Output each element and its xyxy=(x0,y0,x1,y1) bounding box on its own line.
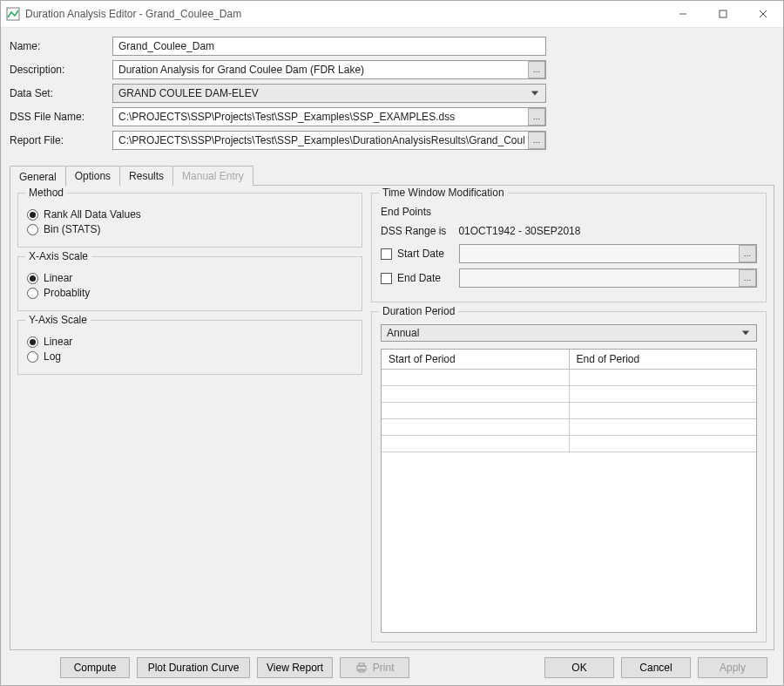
window-controls xyxy=(663,1,783,27)
client-area: Name: Description: … Data Set: GRAND COU… xyxy=(1,28,783,685)
radio-row-rank-all[interactable]: Rank All Data Values xyxy=(27,208,353,221)
row-description: Description: … xyxy=(10,60,774,79)
tab-manual-entry: Manual Entry xyxy=(172,166,253,186)
label-x-probability: Probablity xyxy=(44,287,90,299)
radio-y-linear[interactable] xyxy=(27,336,38,348)
row-reportfile: Report File: … xyxy=(10,131,774,150)
radio-bin-stats[interactable] xyxy=(27,224,38,235)
label-start-date: Start Date xyxy=(397,248,444,260)
table-row[interactable] xyxy=(382,370,756,386)
checkbox-end-date[interactable] xyxy=(381,273,392,284)
value-dss-range: 01OCT1942 - 30SEP2018 xyxy=(458,225,580,237)
col-end-of-period[interactable]: End of Period xyxy=(570,350,757,369)
dataset-combo[interactable]: GRAND COULEE DAM-ELEV xyxy=(112,84,546,103)
svg-rect-6 xyxy=(359,663,364,666)
tab-panel-general: Method Rank All Data Values Bin (STATS) … xyxy=(10,185,774,650)
label-end-points: End Points xyxy=(381,206,757,218)
cancel-button[interactable]: Cancel xyxy=(621,657,691,678)
legend-method: Method xyxy=(25,187,67,199)
label-dataset: Data Set: xyxy=(10,87,112,99)
minimize-button[interactable] xyxy=(663,1,703,27)
label-reportfile: Report File: xyxy=(10,134,112,146)
compute-button[interactable]: Compute xyxy=(60,657,130,678)
duration-period-table: Start of Period End of Period xyxy=(381,349,757,633)
label-end-date: End Date xyxy=(397,272,441,284)
label-name: Name: xyxy=(10,40,112,52)
row-start-date: Start Date … xyxy=(381,244,757,263)
view-report-button[interactable]: View Report xyxy=(257,657,333,678)
radio-row-y-linear[interactable]: Linear xyxy=(27,336,353,348)
table-row[interactable] xyxy=(382,436,756,452)
checkbox-start-date[interactable] xyxy=(381,248,392,260)
app-icon xyxy=(6,7,20,21)
group-yaxis: Y-Axis Scale Linear Log xyxy=(17,320,362,375)
label-dss-range-is: DSS Range is xyxy=(381,225,446,237)
group-xaxis: X-Axis Scale Linear Probablity xyxy=(17,256,362,311)
row-dataset: Data Set: GRAND COULEE DAM-ELEV xyxy=(10,84,774,103)
start-date-field[interactable] xyxy=(459,244,757,263)
label-description: Description: xyxy=(10,64,112,76)
name-field[interactable] xyxy=(112,37,546,56)
label-dssfile: DSS File Name: xyxy=(10,111,112,123)
description-browse-button[interactable]: … xyxy=(528,61,545,78)
dataset-value: GRAND COULEE DAM-ELEV xyxy=(118,87,259,99)
radio-row-x-linear[interactable]: Linear xyxy=(27,272,353,284)
label-x-linear: Linear xyxy=(44,272,72,284)
label-rank-all: Rank All Data Values xyxy=(44,208,141,221)
radio-row-y-log[interactable]: Log xyxy=(27,350,353,363)
radio-row-bin-stats[interactable]: Bin (STATS) xyxy=(27,223,353,235)
duration-period-combo[interactable]: Annual xyxy=(381,324,757,342)
table-row[interactable] xyxy=(382,419,756,436)
apply-button: Apply xyxy=(698,657,767,678)
label-bin-stats: Bin (STATS) xyxy=(44,223,101,235)
tab-general[interactable]: General xyxy=(10,166,66,187)
end-date-field[interactable] xyxy=(459,268,757,288)
group-time-window: Time Window Modification End Points DSS … xyxy=(371,193,767,302)
table-rows xyxy=(382,370,756,452)
group-method: Method Rank All Data Values Bin (STATS) xyxy=(17,193,362,248)
label-y-log: Log xyxy=(44,350,61,363)
reportfile-field[interactable] xyxy=(112,131,546,150)
print-icon xyxy=(355,662,368,673)
right-column: Time Window Modification End Points DSS … xyxy=(371,193,767,642)
reportfile-browse-button[interactable]: … xyxy=(528,132,545,149)
table-row[interactable] xyxy=(382,386,756,403)
tab-options[interactable]: Options xyxy=(65,166,120,186)
radio-y-log[interactable] xyxy=(27,351,38,363)
close-button[interactable] xyxy=(743,1,783,27)
duration-period-value: Annual xyxy=(387,327,419,339)
radio-rank-all[interactable] xyxy=(27,209,38,221)
dssfile-field[interactable] xyxy=(112,107,546,126)
row-dss-range: DSS Range is 01OCT1942 - 30SEP2018 xyxy=(381,225,757,237)
table-empty-area xyxy=(382,452,756,632)
window: Duration Analysis Editor - Grand_Coulee_… xyxy=(0,0,784,686)
radio-x-linear[interactable] xyxy=(27,273,38,284)
maximize-button[interactable] xyxy=(703,1,743,27)
print-label: Print xyxy=(373,662,395,674)
legend-yaxis: Y-Axis Scale xyxy=(25,314,91,326)
col-start-of-period[interactable]: Start of Period xyxy=(382,350,570,369)
tabstrip: General Options Results Manual Entry xyxy=(10,165,774,186)
dssfile-browse-button[interactable]: … xyxy=(528,108,545,126)
end-date-browse-button[interactable]: … xyxy=(739,269,756,287)
tab-results[interactable]: Results xyxy=(119,166,173,186)
legend-time-window: Time Window Modification xyxy=(379,187,508,199)
legend-duration-period: Duration Period xyxy=(379,305,458,317)
row-end-date: End Date … xyxy=(381,268,757,288)
radio-row-x-probability[interactable]: Probablity xyxy=(27,287,353,299)
group-duration-period: Duration Period Annual Start of Period E… xyxy=(371,311,767,642)
table-row[interactable] xyxy=(382,403,756,419)
plot-duration-curve-button[interactable]: Plot Duration Curve xyxy=(137,657,250,678)
button-bar: Compute Plot Duration Curve View Report … xyxy=(10,650,774,680)
row-dssfile: DSS File Name: … xyxy=(10,107,774,126)
svg-rect-2 xyxy=(720,10,727,17)
left-column: Method Rank All Data Values Bin (STATS) … xyxy=(17,193,362,642)
ok-button[interactable]: OK xyxy=(544,657,614,678)
table-header: Start of Period End of Period xyxy=(382,350,756,370)
label-y-linear: Linear xyxy=(44,336,72,348)
radio-x-probability[interactable] xyxy=(27,288,38,299)
print-button: Print xyxy=(340,657,409,678)
start-date-browse-button[interactable]: … xyxy=(739,245,756,262)
description-field[interactable] xyxy=(112,60,546,79)
row-name: Name: xyxy=(10,37,774,56)
